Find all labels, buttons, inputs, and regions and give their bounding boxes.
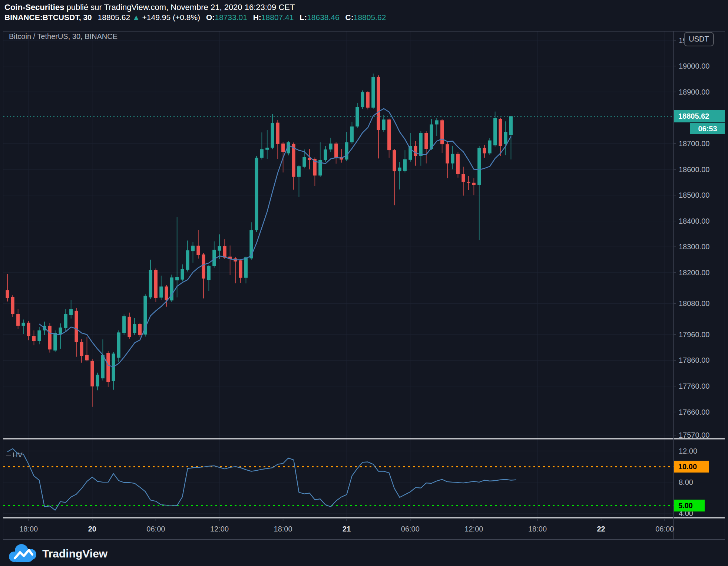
chart-canvas: [0, 0, 728, 566]
candle-body: [371, 77, 375, 108]
candle-body: [472, 183, 476, 185]
candle-body: [11, 297, 14, 314]
candle-body: [175, 277, 179, 280]
hv-line: [7, 449, 516, 510]
candle-body: [509, 116, 513, 135]
candle-body: [456, 154, 460, 174]
candle-body: [69, 309, 73, 315]
chart-title: Bitcoin / TetherUS, 30, BINANCE: [9, 32, 118, 41]
candle-body: [334, 144, 338, 158]
candle-body: [133, 324, 136, 333]
candle-body: [64, 314, 67, 328]
candle-body: [101, 355, 105, 378]
candle-body: [128, 317, 131, 337]
candle-body: [85, 355, 89, 361]
candle-body: [377, 77, 380, 130]
candle-body: [37, 330, 41, 341]
candle-body: [414, 146, 417, 156]
candle-body: [196, 246, 200, 255]
candle-body: [48, 326, 52, 349]
candle-body: [249, 230, 253, 259]
candle-body: [207, 266, 211, 280]
candle-body: [149, 270, 152, 297]
page: Coin-Securities publié sur TradingView.c…: [0, 0, 728, 566]
candle-body: [477, 148, 481, 185]
countdown-label: 06:53: [690, 123, 725, 134]
candle-body: [90, 361, 94, 386]
candle-body: [75, 311, 78, 342]
candle-body: [255, 158, 258, 230]
candle-body: [21, 323, 25, 326]
candle-body: [345, 142, 348, 160]
candle-body: [265, 148, 269, 150]
candle-body: [430, 124, 433, 149]
candle-body: [112, 353, 115, 381]
candle-body: [16, 314, 20, 326]
candle-body: [186, 250, 189, 270]
candle-body: [271, 123, 274, 148]
candle-body: [419, 133, 423, 156]
candle-body: [170, 277, 173, 300]
candle-body: [260, 149, 264, 158]
candle-body: [223, 246, 226, 258]
candle-body: [435, 120, 439, 124]
candle-body: [159, 286, 163, 297]
candle-body: [440, 120, 444, 144]
candle-body: [281, 144, 285, 152]
candle-body: [324, 149, 327, 160]
candle-body: [117, 332, 120, 358]
candle-body: [461, 174, 465, 182]
candle-body: [27, 323, 30, 336]
candle-body: [218, 246, 221, 251]
candle-body: [292, 144, 295, 177]
candle-body: [387, 119, 391, 150]
candle-body: [6, 290, 9, 298]
currency-button[interactable]: USDT: [684, 32, 714, 46]
candle-body: [424, 133, 428, 149]
hv-indicator-label[interactable]: HV: [13, 451, 22, 459]
candle-body: [154, 270, 158, 298]
candle-body: [382, 119, 385, 130]
candle-body: [181, 269, 184, 280]
current-price-label: 18805.62: [674, 110, 725, 122]
candle-body: [165, 286, 168, 300]
candle-body: [80, 342, 83, 356]
candle-body: [276, 123, 279, 144]
candle-body: [408, 146, 412, 160]
candle-body: [329, 144, 332, 149]
candle-body: [366, 92, 370, 108]
candle-body: [403, 159, 407, 171]
tradingview-logo[interactable]: TradingView: [7, 543, 119, 565]
candle-body: [53, 333, 57, 351]
hv-indicator-dash-icon: [6, 455, 11, 455]
candle-body: [350, 126, 354, 142]
candle-body: [297, 166, 301, 177]
candle-body: [483, 148, 486, 154]
candle-body: [32, 336, 36, 341]
candle-body: [106, 353, 110, 382]
candle-body: [446, 144, 449, 163]
candle-body: [504, 132, 507, 144]
candle-body: [355, 107, 359, 126]
candle-body: [361, 92, 364, 107]
candle-body: [122, 316, 126, 333]
candle-body: [393, 150, 396, 171]
candle-body: [96, 375, 99, 386]
tradingview-logo-text: TradingView: [42, 547, 107, 560]
candle-body: [239, 260, 242, 278]
candle-body: [138, 324, 142, 335]
tradingview-cloud-icon: [7, 543, 39, 564]
candle-body: [488, 141, 492, 154]
candle-body: [493, 118, 497, 145]
candle-body: [244, 257, 248, 278]
candle-body: [451, 154, 454, 164]
candle-body: [499, 119, 502, 146]
candle-body: [191, 246, 195, 251]
candle-body: [59, 328, 62, 334]
candle-body: [202, 254, 205, 279]
candle-body: [302, 157, 306, 167]
footer: TradingView: [0, 541, 728, 566]
ma-line: [39, 109, 511, 367]
candle-body: [467, 182, 470, 183]
candle-body: [398, 168, 401, 171]
